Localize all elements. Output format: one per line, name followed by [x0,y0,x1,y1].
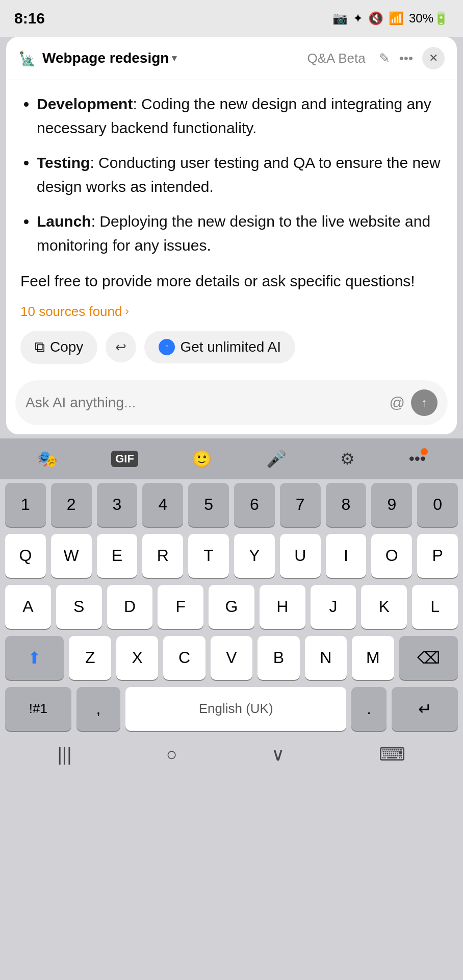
key-4[interactable]: 4 [142,483,183,527]
key-o[interactable]: O [371,534,412,578]
qwerty-row: Q W E R T Y U I O P [0,530,463,581]
recent-nav-icon[interactable]: ∨ [271,744,285,765]
comma-key[interactable]: , [76,687,121,731]
backspace-key[interactable]: ⌫ [399,636,458,680]
key-v[interactable]: V [211,636,252,680]
free-text: Feel free to provide more details or ask… [20,270,443,293]
key-g[interactable]: G [209,585,254,629]
space-key[interactable]: English (UK) [125,687,346,731]
key-b[interactable]: B [258,636,299,680]
input-box: @ ↑ [15,380,448,425]
key-k[interactable]: K [361,585,407,629]
copy-button[interactable]: ⧉ Copy [20,331,97,364]
edit-icon[interactable]: ✎ [379,51,390,66]
key-l[interactable]: L [412,585,458,629]
key-q[interactable]: Q [5,534,46,578]
ask-ai-input[interactable] [25,395,383,411]
sources-row[interactable]: 10 sources found › [20,304,443,320]
unlimited-ai-button[interactable]: ↑ Get unlimited AI [144,331,295,363]
card-content: Development: Coding the new design and i… [6,80,457,375]
key-w[interactable]: W [51,534,92,578]
key-m[interactable]: M [352,636,394,680]
key-i[interactable]: I [326,534,367,578]
status-icons: 📷 ✦ 🔇 📶 30%🔋 [332,11,449,26]
wifi-icon: 📶 [389,11,404,26]
special-key[interactable]: !#1 [5,687,71,731]
copy-icon: ⧉ [35,339,45,356]
back-nav-icon[interactable]: ||| [58,744,72,765]
status-bar: 8:16 📷 ✦ 🔇 📶 30%🔋 [0,0,463,37]
key-9[interactable]: 9 [371,483,412,527]
bullet-testing: Testing: Conducting user testing and QA … [37,151,443,199]
unlimited-ai-icon: ↑ [159,339,175,355]
title-chevron-icon: ▾ [172,53,176,64]
bullet-launch: Launch: Deploying the new design to the … [37,210,443,257]
action-buttons: ⧉ Copy ↩ ↑ Get unlimited AI [20,331,443,375]
key-p[interactable]: P [417,534,458,578]
period-key[interactable]: . [351,687,387,731]
key-u[interactable]: U [280,534,321,578]
key-1[interactable]: 1 [5,483,46,527]
undo-icon: ↩ [115,339,126,355]
sticker-icon[interactable]: 🎭 [37,449,58,469]
shift-icon: ⬆ [28,648,41,668]
input-area: @ ↑ [6,375,457,434]
key-x[interactable]: X [116,636,158,680]
bluetooth-icon: ✦ [353,11,363,26]
keyboard-nav-icon[interactable]: ⌨ [379,744,405,765]
key-d[interactable]: D [107,585,153,629]
close-button[interactable]: ✕ [422,47,445,69]
header-title-group[interactable]: Webpage redesign ▾ [42,50,294,66]
key-2[interactable]: 2 [51,483,92,527]
key-8[interactable]: 8 [326,483,367,527]
main-card: 🗽 Webpage redesign ▾ Q&A Beta ✎ ••• ✕ De… [6,37,457,434]
send-icon: ↑ [421,396,427,410]
send-button[interactable]: ↑ [411,389,438,416]
battery-text: 30%🔋 [409,11,449,26]
shift-key[interactable]: ⬆ [5,636,64,680]
undo-button[interactable]: ↩ [106,332,136,362]
key-n[interactable]: N [305,636,347,680]
gif-icon[interactable]: GIF [111,451,138,467]
home-nav-icon[interactable]: ○ [166,744,177,765]
key-t[interactable]: T [188,534,229,578]
key-c[interactable]: C [163,636,205,680]
key-3[interactable]: 3 [97,483,138,527]
at-icon[interactable]: @ [390,394,405,411]
app-icon: 🗽 [18,50,36,67]
emoji-icon[interactable]: 🙂 [192,449,212,469]
sources-count: 10 sources found [20,304,122,320]
key-s[interactable]: S [56,585,102,629]
key-5[interactable]: 5 [188,483,229,527]
qa-beta-button[interactable]: Q&A Beta [300,48,373,68]
key-6[interactable]: 6 [234,483,275,527]
key-7[interactable]: 7 [280,483,321,527]
header-actions: ✎ ••• ✕ [379,47,445,69]
enter-key[interactable]: ↵ [392,687,458,731]
key-h[interactable]: H [260,585,305,629]
mute-icon: 🔇 [368,11,383,26]
settings-icon[interactable]: ⚙ [340,449,355,469]
copy-label: Copy [50,339,83,355]
number-row: 1 2 3 4 5 6 7 8 9 0 [0,479,463,530]
microphone-icon[interactable]: 🎤 [266,449,287,469]
keyboard: 🎭 GIF 🙂 🎤 ⚙ ••• 1 2 3 4 5 6 7 8 9 0 Q W … [0,438,463,734]
chat-title: Webpage redesign [42,50,169,66]
key-a[interactable]: A [5,585,51,629]
key-e[interactable]: E [97,534,138,578]
key-j[interactable]: J [311,585,356,629]
key-f[interactable]: F [158,585,203,629]
keyboard-more-icon[interactable]: ••• [409,449,426,468]
more-options-icon[interactable]: ••• [399,51,413,66]
unlimited-ai-label: Get unlimited AI [180,339,281,355]
key-r[interactable]: R [142,534,183,578]
status-time: 8:16 [14,10,45,27]
bullet-testing-text: : Conducting user testing and QA to ensu… [37,154,441,195]
key-0[interactable]: 0 [417,483,458,527]
bullet-testing-label: Testing [37,154,90,171]
key-z[interactable]: Z [69,636,111,680]
zxcv-row: ⬆ Z X C V B N M ⌫ [0,632,463,683]
close-icon: ✕ [429,52,438,65]
key-y[interactable]: Y [234,534,275,578]
asdf-row: A S D F G H J K L [0,581,463,632]
